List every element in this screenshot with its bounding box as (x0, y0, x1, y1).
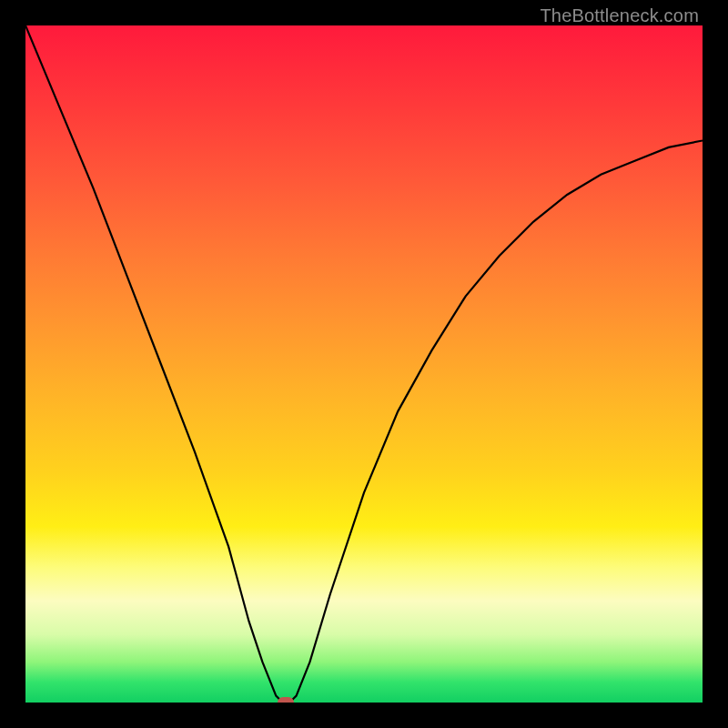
plot-area (25, 25, 703, 703)
chart-frame: TheBottleneck.com (0, 0, 728, 728)
watermark-text: TheBottleneck.com (540, 5, 699, 26)
optimal-point-marker (278, 697, 294, 703)
bottleneck-curve (25, 25, 703, 703)
